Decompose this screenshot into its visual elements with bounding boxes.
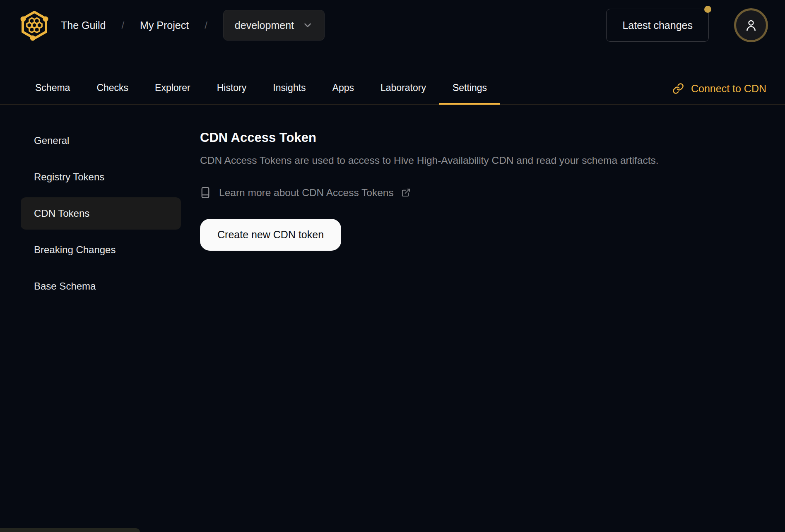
tab-bar: SchemaChecksExplorerHistoryInsightsAppsL…: [0, 50, 785, 105]
sidebar-item-base-schema[interactable]: Base Schema: [21, 270, 181, 302]
chevron-down-icon: [302, 20, 313, 31]
sidebar-item-breaking-changes[interactable]: Breaking Changes: [21, 234, 181, 266]
connect-to-cdn-link[interactable]: Connect to CDN: [672, 72, 766, 105]
target-selector-value: development: [235, 19, 294, 31]
book-icon: [200, 186, 211, 199]
breadcrumb-organization[interactable]: The Guild: [61, 19, 106, 31]
bottom-widget-peek[interactable]: [0, 528, 140, 532]
target-selector-dropdown[interactable]: development: [223, 10, 325, 41]
create-cdn-token-button[interactable]: Create new CDN token: [200, 219, 341, 251]
user-avatar-button[interactable]: [734, 8, 768, 42]
external-link-icon: [401, 188, 411, 197]
notification-dot: [704, 6, 711, 13]
breadcrumb-separator: /: [205, 19, 207, 31]
settings-sidebar: GeneralRegistry TokensCDN TokensBreaking…: [21, 125, 181, 302]
hive-logo-icon[interactable]: [19, 10, 50, 41]
breadcrumb: The Guild / My Project / development: [61, 10, 325, 41]
settings-content: GeneralRegistry TokensCDN TokensBreaking…: [0, 105, 785, 302]
user-icon: [744, 18, 759, 33]
latest-changes-button[interactable]: Latest changes: [606, 9, 709, 42]
connect-to-cdn-label: Connect to CDN: [691, 83, 766, 95]
tab-explorer[interactable]: Explorer: [142, 72, 204, 105]
header-actions: Latest changes: [606, 8, 768, 42]
breadcrumb-separator: /: [121, 19, 124, 31]
latest-changes-label: Latest changes: [622, 19, 693, 31]
tab-laboratory[interactable]: Laboratory: [367, 72, 439, 105]
tabs: SchemaChecksExplorerHistoryInsightsAppsL…: [22, 72, 500, 104]
sidebar-item-general[interactable]: General: [21, 125, 181, 157]
link-icon: [672, 83, 684, 94]
learn-more-link[interactable]: Learn more about CDN Access Tokens: [200, 186, 411, 199]
header: The Guild / My Project / development Lat…: [0, 0, 785, 50]
tab-schema[interactable]: Schema: [22, 72, 83, 105]
tab-history[interactable]: History: [204, 72, 260, 105]
cdn-tokens-panel: CDN Access Token CDN Access Tokens are u…: [200, 125, 766, 251]
learn-more-label: Learn more about CDN Access Tokens: [219, 187, 394, 199]
tab-checks[interactable]: Checks: [83, 72, 142, 105]
sidebar-item-registry-tokens[interactable]: Registry Tokens: [21, 161, 181, 193]
tab-apps[interactable]: Apps: [319, 72, 367, 105]
tab-insights[interactable]: Insights: [260, 72, 319, 105]
sidebar-item-cdn-tokens[interactable]: CDN Tokens: [21, 197, 181, 230]
breadcrumb-project[interactable]: My Project: [140, 19, 189, 31]
page-title: CDN Access Token: [200, 130, 766, 145]
page-description: CDN Access Tokens are used to access to …: [200, 154, 766, 167]
tab-settings[interactable]: Settings: [439, 72, 500, 105]
